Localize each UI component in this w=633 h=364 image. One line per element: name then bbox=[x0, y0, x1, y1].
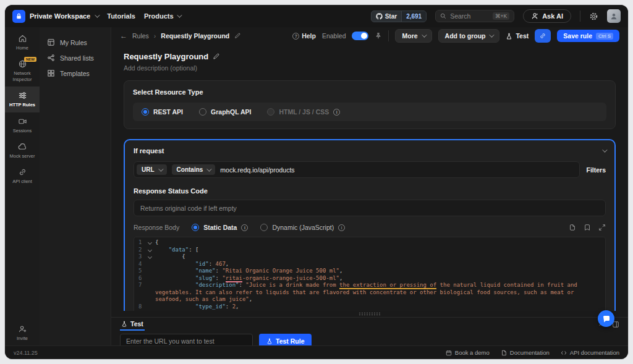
link-icon bbox=[18, 167, 27, 177]
breadcrumb-rules[interactable]: Rules bbox=[132, 32, 149, 40]
pin-icon[interactable] bbox=[375, 32, 382, 40]
person-icon bbox=[610, 12, 618, 20]
resource-type-options: REST API GraphQL API HTML / JS / CSSi bbox=[133, 103, 606, 121]
github-star-count: 2,691 bbox=[401, 11, 426, 22]
search-input[interactable]: Search ⌘+K bbox=[435, 10, 514, 22]
sliders-icon bbox=[18, 91, 27, 100]
radio-static-data[interactable]: Static Datai bbox=[192, 224, 248, 231]
sidebar-item-templates[interactable]: Templates bbox=[40, 66, 111, 81]
radio-icon bbox=[267, 108, 274, 116]
condition-bar: URL Contains bbox=[134, 161, 580, 178]
condition-operator-dropdown[interactable]: Contains bbox=[172, 164, 216, 175]
settings-gear-icon[interactable] bbox=[589, 12, 598, 21]
sidebar-item-http-rules[interactable]: HTTP Rules bbox=[5, 87, 40, 112]
enabled-toggle[interactable] bbox=[352, 32, 368, 40]
radio-graphql-api[interactable]: GraphQL API bbox=[199, 108, 251, 116]
top-bar: Private Workspace Tutorials Products Sta… bbox=[5, 5, 628, 27]
chevron-down-icon bbox=[158, 166, 163, 171]
primary-sidebar: Home NEW Network Inspector HTTP Rules Se… bbox=[5, 27, 40, 345]
nav-tutorials[interactable]: Tutorials bbox=[107, 12, 135, 20]
workspace-name: Private Workspace bbox=[30, 12, 90, 20]
test-button[interactable]: Test bbox=[506, 32, 529, 40]
sidebar-item-sessions[interactable]: Sessions bbox=[5, 112, 40, 138]
workspace-switcher[interactable]: Private Workspace bbox=[12, 10, 98, 23]
github-star-button[interactable]: Star 2,691 bbox=[371, 11, 427, 22]
info-icon: i bbox=[338, 224, 345, 231]
help-button[interactable]: ?Help bbox=[292, 32, 316, 40]
api-documentation-link[interactable]: API documentation bbox=[561, 349, 619, 356]
save-rule-button[interactable]: Save ruleCtrl S bbox=[557, 30, 619, 42]
documentation-link[interactable]: Documentation bbox=[501, 349, 550, 356]
nav-products[interactable]: Products bbox=[144, 12, 181, 20]
chevron-down-icon bbox=[422, 32, 427, 37]
radio-dynamic-js[interactable]: Dynamic (JavaScript)i bbox=[260, 224, 345, 231]
radio-icon bbox=[192, 224, 199, 231]
invite-button[interactable]: Invite bbox=[5, 320, 40, 345]
collapse-chevron-icon[interactable] bbox=[602, 147, 607, 152]
doc-icon bbox=[501, 350, 507, 356]
flask-icon bbox=[121, 321, 127, 327]
resource-type-heading: Select Resource Type bbox=[133, 88, 606, 96]
tab-test[interactable]: Test bbox=[120, 318, 145, 331]
app-window: Private Workspace Tutorials Products Sta… bbox=[5, 5, 628, 359]
resource-type-card: Select Resource Type REST API GraphQL AP… bbox=[124, 80, 616, 129]
back-arrow-icon[interactable]: ← bbox=[120, 32, 127, 40]
status-code-input[interactable] bbox=[134, 200, 606, 216]
expand-icon[interactable] bbox=[598, 224, 606, 231]
sidebar-item-my-rules[interactable]: My Rules bbox=[40, 35, 111, 50]
app-version: v24.11.25 bbox=[14, 350, 38, 356]
code-icon bbox=[561, 350, 567, 356]
filters-button[interactable]: Filters bbox=[586, 166, 606, 174]
response-body-editor[interactable]: 1{2 "data": [3 {4 "id": 467,5 "name": "R… bbox=[134, 237, 606, 311]
document-icon[interactable] bbox=[584, 224, 591, 231]
radio-rest-api[interactable]: REST API bbox=[142, 108, 183, 116]
test-rule-button[interactable]: Test Rule bbox=[259, 334, 312, 345]
drag-dots bbox=[359, 312, 381, 316]
panel-splitter[interactable] bbox=[111, 311, 628, 317]
more-button[interactable]: More bbox=[395, 29, 431, 43]
chat-widget-button[interactable] bbox=[598, 310, 614, 327]
edit-pencil-icon[interactable] bbox=[234, 33, 240, 39]
sidebar-item-mock-server[interactable]: Mock server bbox=[5, 138, 40, 163]
sidebar-item-shared-lists[interactable]: Shared lists bbox=[40, 50, 111, 66]
github-icon bbox=[376, 13, 383, 20]
sidebar-item-home[interactable]: Home bbox=[5, 30, 40, 55]
share-icon bbox=[47, 54, 55, 62]
breadcrumb-current: Requestly Playground bbox=[161, 32, 229, 40]
link-icon bbox=[539, 32, 546, 40]
status-code-label: Response Status Code bbox=[134, 187, 606, 195]
test-url-input[interactable] bbox=[120, 334, 253, 345]
app-footer: v24.11.25 Book a demo Documentation API … bbox=[5, 345, 628, 359]
add-to-group-button[interactable]: Add to group bbox=[438, 29, 500, 43]
radio-icon bbox=[142, 108, 149, 116]
sidebar-item-network-inspector[interactable]: NEW Network Inspector bbox=[5, 55, 40, 87]
format-code-icon[interactable] bbox=[569, 224, 576, 231]
share-link-button[interactable] bbox=[535, 29, 551, 43]
chevron-down-icon bbox=[95, 12, 100, 17]
home-icon bbox=[18, 34, 27, 43]
rule-editor-header: ← Rules › Requestly Playground ?Help Ena… bbox=[111, 27, 628, 44]
chevron-down-icon bbox=[177, 12, 182, 17]
chat-bubble-icon bbox=[602, 315, 611, 323]
info-icon: i bbox=[241, 224, 248, 231]
divider bbox=[388, 30, 389, 41]
enabled-label: Enabled bbox=[322, 32, 346, 40]
info-icon: i bbox=[333, 109, 340, 116]
sidebar-item-api-client[interactable]: API client bbox=[5, 163, 40, 188]
rule-description-placeholder[interactable]: Add description (optional) bbox=[124, 64, 616, 72]
edit-pencil-icon[interactable] bbox=[213, 53, 219, 60]
cloud-icon bbox=[18, 142, 27, 151]
ask-ai-button[interactable]: Ask AI bbox=[523, 9, 571, 23]
search-icon bbox=[440, 13, 446, 19]
new-badge: NEW bbox=[24, 57, 36, 62]
help-icon: ? bbox=[292, 33, 299, 40]
user-avatar[interactable] bbox=[607, 9, 621, 23]
condition-url-input[interactable] bbox=[220, 166, 577, 174]
save-shortcut: Ctrl S bbox=[596, 33, 613, 40]
book-demo-link[interactable]: Book a demo bbox=[446, 349, 490, 356]
condition-key-dropdown[interactable]: URL bbox=[137, 164, 167, 175]
video-camera-icon bbox=[18, 117, 27, 126]
rule-title: Requestly Playground bbox=[124, 52, 616, 61]
workspace-lock-icon bbox=[12, 10, 25, 23]
invite-person-icon bbox=[18, 324, 27, 334]
